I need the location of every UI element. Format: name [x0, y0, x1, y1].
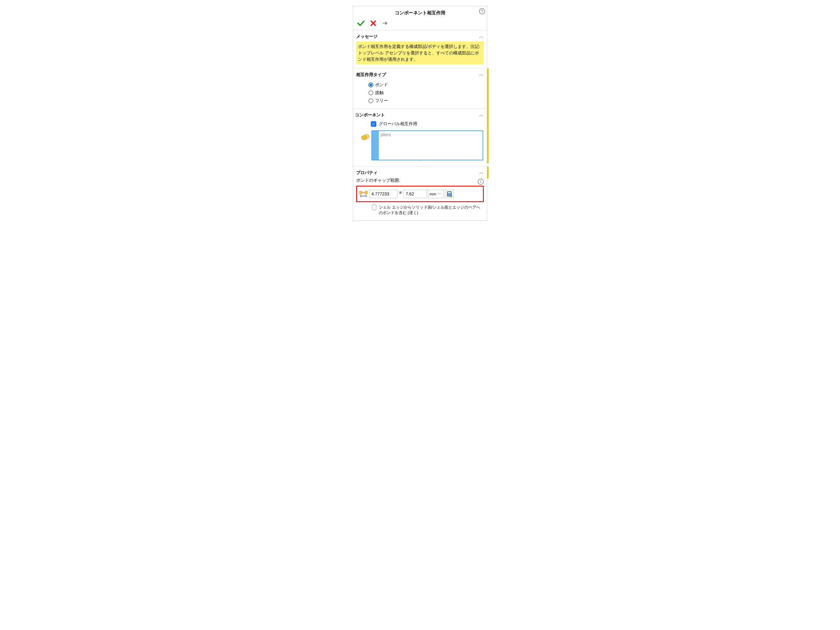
radio-free-label: フリー — [375, 98, 388, 104]
radio-unchecked-icon — [368, 90, 373, 95]
radio-unchecked-icon — [368, 98, 373, 103]
interaction-type-section: 相互作用タイプ ︿ ボンド 接触 フリー — [353, 68, 487, 109]
svg-point-6 — [450, 194, 450, 195]
svg-point-4 — [448, 194, 449, 195]
radio-contact-label: 接触 — [375, 90, 384, 96]
radio-bond[interactable]: ボンド — [368, 81, 484, 89]
property-panel: ? コンポーネント相互作用 メッセージ ︿ ボンド相互作用を定義する構成部品/ボ… — [353, 6, 487, 221]
chevron-up-icon: ︿ — [479, 169, 484, 176]
pin-icon[interactable] — [382, 21, 388, 26]
svg-rect-3 — [448, 192, 451, 193]
property-header[interactable]: プロパティ ︿ — [356, 169, 484, 176]
checkbox-unchecked-icon — [372, 205, 376, 210]
global-interaction-row[interactable]: ✓ グローバル相互作用 — [355, 118, 484, 129]
help-button[interactable]: ? — [479, 8, 485, 14]
chevron-down-icon: ﹀ — [437, 191, 441, 197]
calculator-button[interactable] — [445, 189, 453, 198]
gap-min-input[interactable] — [369, 189, 397, 198]
svg-point-10 — [450, 195, 452, 197]
interaction-type-header[interactable]: 相互作用タイプ ︿ — [356, 71, 484, 78]
equals-sign: = — [399, 190, 402, 195]
highlight-stripe — [487, 68, 489, 163]
select-highlight — [372, 131, 379, 160]
gap-distance-icon — [359, 190, 368, 198]
radio-bond-label: ボンド — [375, 82, 388, 88]
unit-select[interactable]: mm ﹀ — [428, 189, 444, 198]
interaction-type-radios: ボンド 接触 フリー — [356, 78, 484, 105]
svg-point-5 — [449, 194, 450, 195]
radio-contact[interactable]: 接触 — [368, 89, 484, 97]
property-title: プロパティ — [356, 170, 377, 175]
svg-point-8 — [449, 195, 450, 196]
component-header[interactable]: コンポーネント ︿ — [355, 112, 484, 118]
radio-free[interactable]: フリー — [368, 97, 484, 105]
checkbox-checked-icon: ✓ — [371, 121, 376, 127]
component-icon — [360, 132, 369, 141]
chevron-up-icon: ︿ — [479, 33, 484, 40]
chevron-up-icon: ︿ — [479, 112, 484, 118]
panel-header: ? コンポーネント相互作用 — [353, 6, 487, 30]
gap-range-label: ボンドのギャップ範囲: — [356, 178, 484, 183]
component-select-box[interactable]: pliers — [371, 130, 483, 160]
shell-edge-label: シェル エッジからソリッド面/シェル面とエッジのペアへのボンドを含む (遅く) — [379, 205, 484, 216]
property-section: プロパティ ︿ ボンドのギャップ範囲: i = mm ﹀ — [353, 166, 487, 221]
highlight-stripe — [487, 166, 489, 178]
unit-value: mm — [429, 192, 436, 196]
message-title: メッセージ — [356, 34, 377, 39]
component-selection-row: pliers — [355, 130, 484, 160]
message-body: ボンド相互作用を定義する構成部品/ボディを選択します。注記: トップレベル アセ… — [356, 41, 484, 65]
info-icon[interactable]: i — [478, 178, 484, 185]
gap-range-row: = mm ﹀ — [356, 186, 484, 202]
ok-icon[interactable] — [357, 20, 365, 26]
message-header[interactable]: メッセージ ︿ — [356, 33, 484, 40]
svg-rect-0 — [360, 191, 362, 194]
cancel-icon[interactable] — [370, 20, 376, 26]
component-selection-item: pliers — [379, 131, 393, 160]
gap-max-input[interactable] — [404, 189, 427, 198]
message-section: メッセージ ︿ ボンド相互作用を定義する構成部品/ボディを選択します。注記: ト… — [353, 30, 487, 68]
svg-point-7 — [448, 195, 449, 196]
svg-rect-1 — [365, 191, 368, 194]
chevron-up-icon: ︿ — [479, 71, 484, 78]
radio-checked-icon — [368, 82, 373, 87]
action-row — [356, 20, 484, 26]
component-title: コンポーネント — [355, 112, 385, 118]
component-section: コンポーネント ︿ ✓ グローバル相互作用 pliers ○ — [353, 109, 487, 166]
interaction-type-title: 相互作用タイプ — [356, 72, 386, 77]
panel-title: コンポーネント相互作用 — [356, 9, 484, 16]
shell-edge-row[interactable]: シェル エッジからソリッド面/シェル面とエッジのペアへのボンドを含む (遅く) — [356, 202, 484, 217]
global-interaction-label: グローバル相互作用 — [379, 121, 417, 127]
